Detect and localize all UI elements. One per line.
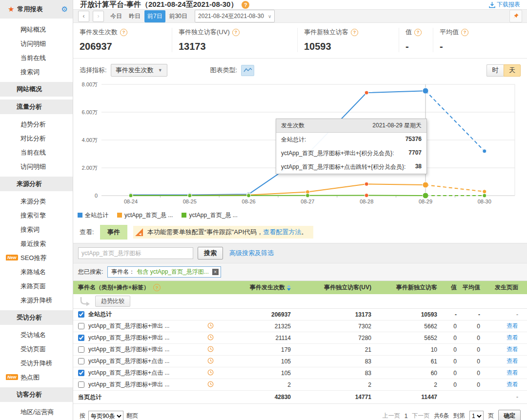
history-clock-icon[interactable] (207, 346, 214, 354)
sidebar-section-header[interactable]: 访客分析 (0, 387, 73, 402)
history-clock-icon[interactable] (207, 334, 214, 342)
row-checkbox[interactable] (78, 323, 84, 329)
sidebar-section-header[interactable]: 来源分析 (0, 177, 73, 191)
cell: 2 (371, 381, 437, 388)
sidebar-section-header[interactable]: 网站概况 (0, 82, 73, 97)
megaphone-icon (135, 228, 143, 236)
history-clock-icon[interactable] (207, 381, 214, 389)
event-name-cell: yctApp_首页_悬浮图标+弹出 ... (73, 334, 227, 342)
sidebar-item[interactable]: 来源升降榜 (0, 293, 73, 307)
granularity-天[interactable]: 天 (504, 64, 521, 77)
next-date-button[interactable]: › (93, 11, 104, 22)
view-row: 查看: 事件 本功能需要单独配置“事件跟踪”API代码，查看配置方法。 (73, 221, 527, 243)
page-size-select[interactable]: 每页90条 (88, 411, 123, 420)
sidebar-header[interactable]: ★ 常用报表 ⚙ (0, 0, 73, 19)
help-icon[interactable]: ? (153, 284, 161, 291)
sidebar-item[interactable]: 搜索词 (0, 222, 73, 237)
sidebar-item[interactable]: 趋势分析 (0, 117, 73, 131)
row-checkbox[interactable] (78, 370, 84, 376)
help-icon[interactable]: ? (232, 29, 240, 36)
sidebar-item[interactable]: 对比分析 (0, 131, 73, 145)
config-guide-link[interactable]: 查看配置方法 (263, 228, 301, 236)
view-page-link[interactable]: 查看 (507, 322, 518, 329)
cell: 83 (291, 370, 371, 377)
events-table: 事件名（类别+操作+标签） ? 事件发生次数 事件独立访客(UV) 事件新独立访… (73, 281, 527, 404)
remove-filter-icon[interactable]: × (212, 269, 219, 275)
help-icon[interactable]: ? (461, 29, 468, 36)
row-checkbox[interactable] (78, 311, 84, 318)
trend-compare-button[interactable]: 趋势比较 (95, 296, 130, 307)
metric-dropdown[interactable]: 事件发生次数 ▼ (111, 64, 167, 77)
quick-range-前7日[interactable]: 前7日 (144, 10, 165, 22)
view-page-link[interactable]: 查看 (507, 358, 518, 364)
sidebar-item[interactable]: New热点图 (0, 370, 73, 384)
sidebar-section-header[interactable]: 流量分析 (0, 100, 73, 114)
sidebar-section-header[interactable]: 受访分析 (0, 310, 73, 325)
svg-text:0: 0 (95, 193, 98, 199)
sidebar-menu: 网站概况访问明细当前在线搜索词网站概况流量分析趋势分析对比分析当前在线访问明细来… (0, 22, 73, 420)
goto-page-select[interactable]: 1 (469, 411, 484, 420)
view-page-link[interactable]: 查看 (507, 369, 518, 376)
sidebar-item[interactable]: 搜索词 (0, 65, 73, 79)
legend-item[interactable]: yctApp_首页_悬 ... (117, 211, 173, 220)
tab-event[interactable]: 事件 (100, 225, 127, 240)
prev-date-button[interactable]: ‹ (78, 11, 89, 22)
search-input[interactable] (78, 247, 193, 259)
history-clock-icon[interactable] (207, 358, 214, 365)
prev-page-link[interactable]: 上一页 (383, 412, 400, 420)
view-page-link[interactable]: 查看 (507, 334, 518, 341)
search-button[interactable]: 搜索 (198, 247, 223, 260)
cell: 0 (437, 323, 457, 330)
help-icon[interactable]: ? (414, 29, 422, 36)
sidebar-item[interactable]: 访问明细 (0, 160, 73, 174)
gear-icon[interactable]: ⚙ (61, 5, 68, 14)
sidebar-item[interactable]: 受访升降榜 (0, 356, 73, 370)
sidebar-item[interactable]: 搜索引擎 (0, 208, 73, 222)
sidebar-item-label: 受访升降榜 (20, 360, 52, 367)
help-icon[interactable]: ? (242, 1, 249, 9)
current-page[interactable]: 1 (405, 413, 408, 420)
sidebar-item[interactable]: 地区/运营商 (0, 405, 73, 419)
history-clock-icon[interactable] (207, 322, 214, 330)
history-clock-icon[interactable] (207, 369, 214, 377)
tooltip-row: 全站总计:75376 (276, 133, 426, 146)
sidebar-item[interactable]: 受访域名 (0, 328, 73, 342)
stat-label-text: 平均值 (440, 28, 459, 37)
sidebar-item[interactable]: 受访页面 (0, 342, 73, 356)
next-page-link[interactable]: 下一页 (412, 412, 429, 420)
help-icon[interactable]: ? (120, 29, 127, 36)
row-checkbox[interactable] (78, 335, 84, 341)
row-checkbox[interactable] (78, 358, 84, 364)
sidebar-item[interactable]: 网站概况 (0, 22, 73, 37)
sidebar-item[interactable]: 来路页面 (0, 279, 73, 293)
row-checkbox[interactable] (78, 346, 84, 353)
sidebar-item-label: 搜索引擎 (20, 212, 46, 219)
cell: 7302 (291, 323, 371, 330)
confirm-button[interactable]: 确定 (498, 410, 521, 420)
sidebar-item[interactable]: 当前在线 (0, 51, 73, 65)
advanced-search-link[interactable]: 高级搜索及筛选 (229, 249, 274, 258)
sidebar-item[interactable]: NewSEO推荐 (0, 251, 73, 265)
pin-button[interactable] (509, 10, 522, 22)
chart-type-line-button[interactable] (241, 65, 254, 76)
quick-range-昨日[interactable]: 昨日 (126, 10, 143, 22)
sidebar-item[interactable]: 访问明细 (0, 37, 73, 51)
sidebar-item[interactable]: 最近搜索 (0, 237, 73, 251)
sidebar-item[interactable]: 当前在线 (0, 145, 73, 160)
quick-range-前30日[interactable]: 前30日 (166, 10, 190, 22)
row-checkbox[interactable] (78, 381, 84, 388)
sidebar-item[interactable]: 来路域名 (0, 265, 73, 279)
sort-icon[interactable] (287, 285, 291, 291)
legend-item[interactable]: 全站总计 (78, 211, 108, 220)
download-report-link[interactable]: 下载报表 (489, 0, 520, 9)
date-range-select[interactable]: 2021-08-24至2021-08-30 ∨ (195, 10, 275, 22)
quick-range-今日[interactable]: 今日 (107, 10, 125, 22)
view-page-link[interactable]: 查看 (507, 381, 518, 388)
view-page-link[interactable]: 查看 (507, 346, 518, 353)
help-icon[interactable]: ? (351, 29, 358, 36)
col-event-count[interactable]: 事件发生次数 (227, 283, 291, 292)
sidebar-item[interactable]: 来源分类 (0, 194, 73, 208)
legend-item[interactable]: yctApp_首页_悬 ... (182, 211, 237, 220)
granularity-时[interactable]: 时 (486, 64, 504, 77)
metric-label: 选择指标: (80, 66, 107, 75)
